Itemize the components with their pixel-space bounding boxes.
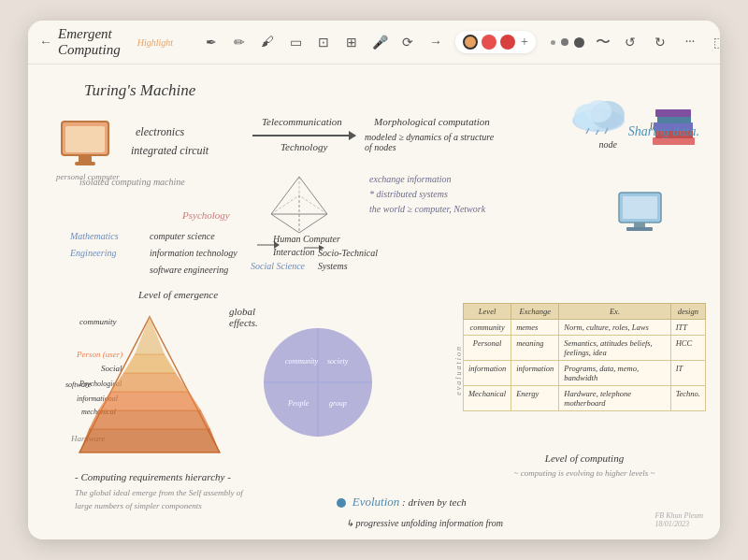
circle-chart: community society People group <box>252 312 383 456</box>
marker-tool[interactable]: ✏ <box>227 30 252 54</box>
computer-icon-right <box>617 191 669 241</box>
svg-marker-38 <box>98 392 201 410</box>
cs-block: computer science information technology … <box>150 228 237 279</box>
svg-text:People: People <box>287 399 309 408</box>
color-red[interactable] <box>482 35 496 50</box>
svg-line-1 <box>299 177 327 214</box>
svg-point-12 <box>585 100 611 122</box>
evolution-title-line: Evolution : driven by tech <box>337 490 503 514</box>
color-darkred[interactable] <box>500 35 515 50</box>
shape-tool[interactable]: ▭ <box>283 30 308 54</box>
evolution-dot <box>337 498 346 508</box>
table-row: Personal meaning Semantics, attitudes be… <box>464 336 706 361</box>
add-color-button[interactable]: + <box>521 35 528 50</box>
svg-line-2 <box>271 214 299 233</box>
toolbar-right: ↺ ↻ ··· ⬚ <box>618 30 720 54</box>
svg-rect-20 <box>655 109 691 117</box>
pyramid-diagram <box>75 312 224 461</box>
share-button[interactable]: ⬚ <box>708 30 720 54</box>
monitor-left <box>61 121 109 156</box>
data-table: Level Exchange Ex. design community meme… <box>463 303 706 411</box>
audio-tool[interactable]: 🎤 <box>367 30 392 54</box>
computing-evolving-text: ~ computing is evolving to higher levels… <box>463 468 706 478</box>
hci-to-socio-arrow <box>304 240 324 255</box>
medium-stroke[interactable] <box>561 38 568 46</box>
small-stroke[interactable] <box>551 40 555 45</box>
svg-rect-23 <box>634 223 645 227</box>
evolution-progressive-line: ↳ progressive unfolding information from <box>337 514 503 533</box>
more-tools[interactable]: → <box>424 30 448 54</box>
mathematics-label: Mathematics Engineering <box>70 228 119 262</box>
svg-line-7 <box>299 195 327 214</box>
svg-line-6 <box>271 195 299 214</box>
lasso-tool[interactable]: ⟳ <box>396 30 420 54</box>
octahedron-diagram <box>266 172 332 241</box>
toolbar-tools: ✒ ✏ 🖌 ▭ ⊡ ⊞ 🎤 ⟳ → <box>199 30 448 54</box>
evolution-micro-macro: micro → macro <box>337 533 503 539</box>
brush-tool[interactable]: 🖌 <box>255 30 280 54</box>
monitor-screen-left <box>65 126 105 152</box>
table-cell-exchange-2: meaning <box>511 336 559 361</box>
table-cell-level-2: Personal <box>464 336 511 361</box>
large-stroke[interactable] <box>574 37 584 48</box>
wave-stroke[interactable]: 〜 <box>596 33 611 52</box>
table-cell-exchange-4: Energy <box>511 386 559 411</box>
table-cell-design-4: Techno. <box>670 386 705 411</box>
pen-tool[interactable]: ✒ <box>199 30 223 54</box>
table-cell-ex-3: Programs, data, memo, bandwidth <box>559 361 670 386</box>
svg-marker-40 <box>79 429 220 452</box>
table-row: Mechanical Energy Hardware, telephone mo… <box>464 386 706 411</box>
canvas: Turing's Machine personal computer elect… <box>28 65 720 539</box>
integrated-circuit-text: integrated circuit <box>131 144 209 158</box>
image-tool[interactable]: ⊞ <box>339 30 364 54</box>
table-cell-design-1: ITT <box>670 320 705 336</box>
electronics-text: electronics <box>136 125 184 139</box>
sharing-data-text: Sharing data. <box>628 122 699 139</box>
computing-requirements-text: - Computing requirements hierarchy - <box>75 471 231 482</box>
select-tool[interactable]: ⊡ <box>311 30 336 54</box>
table-cell-ex-4: Hardware, telephone motherboard <box>559 386 670 411</box>
color-orange[interactable] <box>463 35 478 50</box>
the-world-text: the world ≥ computer, Network <box>369 202 485 217</box>
morphological-text: Morphological computation <box>374 116 490 127</box>
evolution-driven-text: driven by tech <box>408 496 466 508</box>
modeled-text: modeled ≥ dynamics of a structure of nod… <box>365 132 494 152</box>
svg-text:community: community <box>285 357 319 366</box>
exchange-info-section: exchange information * distributed syste… <box>369 172 485 217</box>
redo-button[interactable]: ↻ <box>648 30 672 54</box>
toolbar-left: ← Emergent Computing <box>39 26 121 58</box>
back-button[interactable]: ← <box>39 35 52 50</box>
global-ideal-text: The global ideal emerge from the Self as… <box>75 487 243 512</box>
svg-rect-24 <box>626 227 653 231</box>
psychology-text: Psychology <box>182 209 230 221</box>
table-header-exchange: Exchange <box>511 304 559 320</box>
turings-machine-title: Turing's Machine <box>84 81 195 100</box>
table-cell-exchange-3: information <box>511 361 559 386</box>
level-of-computing-text: Level of computing <box>463 452 706 464</box>
more-options-button[interactable]: ··· <box>678 30 702 54</box>
evolution-title: Evolution <box>352 495 400 509</box>
svg-marker-28 <box>319 245 324 251</box>
table-cell-exchange-1: memes <box>511 320 559 336</box>
social-science-text: Social Science <box>251 261 305 271</box>
svg-marker-37 <box>110 373 189 392</box>
page-title: Emergent Computing <box>58 26 121 58</box>
svg-text:group: group <box>329 399 347 408</box>
stroke-sizes <box>551 37 584 48</box>
telecommunication-text: Telecommunication <box>262 116 342 127</box>
monitor-base-left <box>75 162 95 165</box>
table-row: community memes Norm, culture, roles, La… <box>464 320 706 336</box>
table-header-ex: Ex. <box>559 304 670 320</box>
level-emergence-text: Level of emergence <box>138 289 218 300</box>
evaluation-label: evaluation <box>454 345 463 395</box>
exchange-info-text: exchange information <box>369 172 485 187</box>
undo-button[interactable]: ↺ <box>618 30 642 54</box>
table-cell-design-3: IT <box>670 361 705 386</box>
highlight-label: Highlight <box>137 37 173 48</box>
table-cell-design-2: HCC <box>670 336 705 361</box>
table-cell-level-1: community <box>464 320 511 336</box>
app-window: ← Emergent Computing Highlight ✒ ✏ 🖌 ▭ ⊡… <box>28 21 720 539</box>
table-cell-ex-2: Semantics, attitudes beliefs, feelings, … <box>559 336 670 361</box>
svg-marker-36 <box>123 354 176 373</box>
table-row: information information Programs, data, … <box>464 361 706 386</box>
